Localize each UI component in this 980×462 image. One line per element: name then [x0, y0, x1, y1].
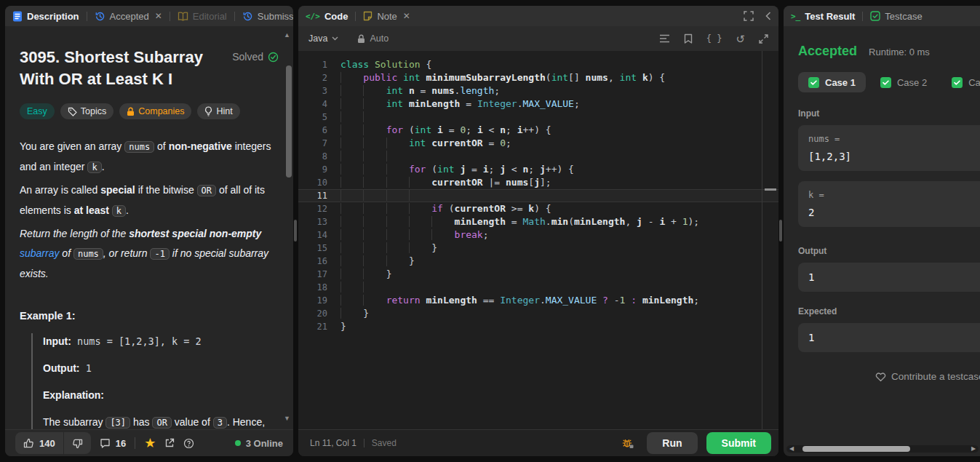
contribute-testcase-link[interactable]: Contribute a testcase [875, 371, 980, 382]
book-icon [178, 12, 188, 21]
tab-accepted[interactable]: Accepted ✕ [95, 11, 162, 22]
code-editor[interactable]: 1class Solution {2 public int minimumSub… [298, 51, 778, 429]
result-tabbar: >_ Test Result Testcase [784, 6, 980, 26]
code-line[interactable]: 20 } [298, 307, 778, 320]
bookmark-icon[interactable] [684, 33, 693, 44]
comments-button[interactable]: 16 [100, 438, 126, 449]
topics-badge[interactable]: Topics [60, 103, 113, 119]
code-line[interactable]: 8 [298, 150, 778, 163]
autocomplete-label: Auto [370, 33, 389, 44]
input-label: Input [798, 108, 980, 119]
chevron-left-icon[interactable] [765, 12, 771, 20]
code-line[interactable]: 14 break; [298, 228, 778, 242]
scrollbar-gutter-line [762, 51, 762, 429]
check-square-icon [808, 77, 819, 88]
debugger-button[interactable] [621, 437, 634, 449]
case-2-tab[interactable]: Case 2 [870, 72, 937, 92]
tab-testcase[interactable]: Testcase [870, 11, 922, 22]
code-line[interactable]: 3 int n = nums.length; [298, 84, 778, 97]
format-code-icon[interactable] [659, 34, 670, 43]
output-box: 1 [798, 263, 980, 292]
tab-note[interactable]: Note ✕ [363, 11, 410, 22]
online-indicator: 3 Online [235, 438, 283, 449]
input-k-value: 2 [808, 207, 980, 218]
tab-label-test-result: Test Result [805, 11, 855, 22]
code-line[interactable]: 7 int currentOR = 0; [298, 137, 778, 150]
tab-label-note: Note [377, 11, 397, 22]
expected-value: 1 [808, 332, 980, 343]
input-k-box[interactable]: k = 2 [798, 181, 980, 227]
history-icon [242, 11, 253, 22]
code-line[interactable]: 10 currentOR |= nums[j]; [298, 176, 778, 189]
close-icon[interactable]: ✕ [155, 12, 162, 20]
code-line[interactable]: 18 [298, 281, 778, 294]
online-dot [235, 440, 241, 446]
input-k-key: k = [808, 190, 980, 200]
tab-label-code: Code [324, 11, 348, 22]
tab-code[interactable]: </> Code [306, 11, 348, 22]
hint-badge[interactable]: Hint [197, 103, 239, 119]
horizontal-scrollbar-thumb[interactable] [802, 446, 910, 452]
fullscreen-icon[interactable] [744, 11, 754, 21]
code-line[interactable]: 16 } [298, 255, 778, 268]
close-icon[interactable]: ✕ [403, 12, 410, 20]
solved-badge: Solved [232, 51, 279, 63]
case-3-tab[interactable]: Case 3 [941, 72, 980, 92]
tab-description[interactable]: Description [12, 11, 79, 22]
companies-badge[interactable]: Companies [119, 103, 191, 119]
code-line[interactable]: 19 return minLength == Integer.MAX_VALUE… [298, 294, 778, 307]
code-line[interactable]: 6 for (int i = 0; i < n; i++) { [298, 124, 778, 137]
like-button[interactable]: 140 [15, 432, 63, 454]
reset-code-icon[interactable]: ↺ [736, 33, 745, 44]
scroll-left-icon[interactable]: ◀ [786, 446, 797, 452]
code-line[interactable]: 13 minLength = Math.min(minLength, j - i… [298, 215, 778, 228]
like-count: 140 [39, 438, 55, 449]
code-line[interactable]: 15 } [298, 242, 778, 255]
panel-resize-handle[interactable] [294, 220, 297, 242]
code-line[interactable]: 21} [298, 320, 778, 333]
case-3-label: Case 3 [968, 77, 980, 88]
code-line[interactable]: 2 public int minimumSubarrayLength(int[]… [298, 71, 778, 84]
lock-icon [127, 107, 135, 116]
case-1-tab[interactable]: Case 1 [798, 72, 866, 92]
favorite-star-icon[interactable]: ★ [144, 437, 156, 450]
tab-submissions[interactable]: Submissions [242, 11, 293, 22]
autocomplete-toggle[interactable]: Auto [357, 33, 389, 44]
submit-button[interactable]: Submit [706, 432, 771, 454]
tab-divider [355, 12, 356, 21]
case-1-label: Case 1 [825, 77, 856, 88]
tab-test-result[interactable]: >_ Test Result [791, 11, 855, 22]
divider [364, 439, 364, 447]
online-count: 3 Online [246, 438, 283, 449]
example-heading: Example 1: [20, 310, 279, 322]
input-nums-box[interactable]: nums = [1,2,3] [798, 125, 980, 171]
tab-label-accepted: Accepted [110, 11, 149, 22]
code-line[interactable]: 11 [298, 189, 778, 202]
horizontal-scrollbar[interactable]: ◀ ▶ [786, 445, 979, 453]
vertical-scrollbar-thumb[interactable] [286, 65, 292, 178]
code-line[interactable]: 17 } [298, 268, 778, 281]
code-line[interactable]: 9 for (int j = i; j < n; j++) { [298, 163, 778, 176]
code-line[interactable]: 12 if (currentOR >= k) { [298, 202, 778, 215]
expand-icon[interactable] [759, 34, 768, 44]
terminal-icon: >_ [791, 12, 800, 21]
scroll-right-icon[interactable]: ▶ [968, 446, 979, 452]
companies-label: Companies [138, 106, 184, 116]
tab-editorial[interactable]: Editorial [178, 11, 227, 22]
help-button[interactable] [183, 438, 194, 449]
run-button[interactable]: Run [647, 432, 697, 454]
braces-icon[interactable]: { } [706, 33, 722, 44]
check-square-icon [880, 77, 891, 88]
scroll-down-icon[interactable]: ▼ [284, 415, 290, 422]
code-line[interactable]: 4 int minLength = Integer.MAX_VALUE; [298, 97, 778, 111]
share-button[interactable] [164, 438, 175, 448]
note-icon [363, 11, 373, 21]
example-output-line: Output: 1 [43, 360, 279, 376]
language-selector[interactable]: Java [308, 33, 338, 44]
dislike-button[interactable] [64, 432, 91, 454]
scroll-up-icon[interactable]: ▲ [284, 32, 290, 39]
code-line[interactable]: 1class Solution { [298, 58, 778, 71]
panel-resize-handle[interactable] [779, 220, 782, 242]
code-line[interactable]: 5 [298, 111, 778, 124]
difficulty-badge[interactable]: Easy [20, 103, 55, 119]
